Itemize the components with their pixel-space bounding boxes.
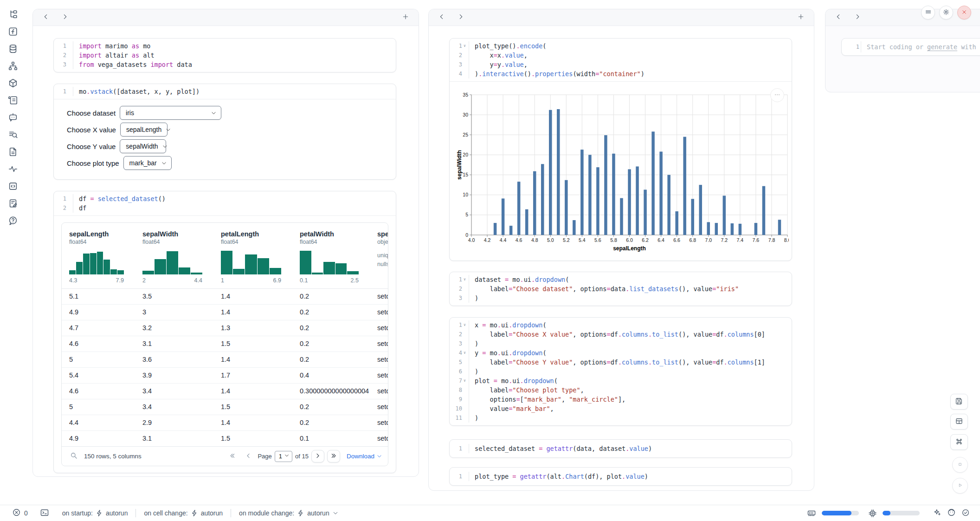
sidebar-item-functions[interactable] xyxy=(4,24,22,41)
table-row[interactable]: 4.931.40.2setosa xyxy=(62,305,388,320)
histogram-bar xyxy=(76,262,83,274)
sidebar-item-help[interactable] xyxy=(4,213,22,230)
collapse-right-button[interactable] xyxy=(454,12,467,24)
connection-status-button[interactable] xyxy=(961,508,970,518)
cell-imports[interactable]: 1import marimo as mo2import altair as al… xyxy=(53,38,396,72)
dropdown-select-plot-type[interactable]: mark_bar xyxy=(123,156,172,170)
cell-empty[interactable]: 1 Start coding or generate with AI xyxy=(841,38,980,56)
fold-marker[interactable]: ∨ xyxy=(462,376,467,385)
last-page-button[interactable] xyxy=(327,450,340,462)
sidebar-item-dependency-graph[interactable] xyxy=(4,58,22,75)
table-row[interactable]: 53.61.40.2setosa xyxy=(62,352,388,368)
table-row[interactable]: 53.41.50.2setosa xyxy=(62,399,388,415)
fold-marker[interactable]: ∨ xyxy=(462,41,467,51)
shutdown-button[interactable] xyxy=(957,6,971,20)
sidebar-item-database[interactable] xyxy=(4,41,22,58)
code-placeholder[interactable]: Start coding or generate with AI xyxy=(861,41,980,52)
code-editor[interactable]: 1∨dataset = mo.ui.dropdown(2 label="Choo… xyxy=(450,272,792,306)
sidebar-item-packages[interactable] xyxy=(4,75,22,92)
sidebar-item-logs[interactable] xyxy=(4,127,22,144)
code-editor[interactable]: 1import marimo as mo2import altair as al… xyxy=(54,39,396,72)
column-histogram[interactable] xyxy=(300,249,359,274)
range-min: 1 xyxy=(221,277,224,284)
cell-dataset-dropdown[interactable]: 1∨dataset = mo.ui.dropdown(2 label="Choo… xyxy=(449,272,792,306)
cell-dataframe[interactable]: 1df = selected_dataset()2df sepalLengthf… xyxy=(53,191,396,473)
prev-page-button[interactable] xyxy=(242,450,255,462)
table-row[interactable]: 4.63.41.40.30000000000000004setosa xyxy=(62,384,388,399)
cell-selected-dataset[interactable]: 1selected_dataset = getattr(data, datase… xyxy=(449,439,792,458)
dropdown-select-dataset[interactable]: iris xyxy=(120,106,221,120)
column-histogram[interactable] xyxy=(221,249,281,274)
dropdown-select-y[interactable]: sepalWidth xyxy=(120,139,166,153)
collapse-left-button[interactable] xyxy=(435,12,448,24)
next-page-button[interactable] xyxy=(311,450,324,462)
generate-link[interactable]: generate xyxy=(927,43,957,51)
sidebar-item-documentation[interactable] xyxy=(4,144,22,161)
notebook-menu-button[interactable] xyxy=(921,6,935,20)
chart-actions-button[interactable] xyxy=(770,88,784,102)
layout-button[interactable] xyxy=(950,414,968,430)
column-histogram[interactable] xyxy=(69,249,124,274)
sidebar-item-chat[interactable] xyxy=(4,110,22,127)
table-scroller[interactable]: sepalLengthfloat644.37.9sepalWidthfloat6… xyxy=(62,223,388,446)
table-row[interactable]: 4.93.11.50.1setosa xyxy=(62,431,388,446)
code-editor[interactable]: 1df = selected_dataset()2df xyxy=(54,191,396,215)
ai-assistant-button[interactable] xyxy=(933,508,941,518)
code-line: 2 label="Choose dataset", options=data.l… xyxy=(450,284,792,293)
sidebar-item-scripts[interactable] xyxy=(4,92,22,110)
sidebar-item-file-tree[interactable] xyxy=(4,7,22,24)
collapse-right-button[interactable] xyxy=(58,12,71,24)
errors-badge[interactable]: 0 xyxy=(12,508,28,518)
cell-vstack[interactable]: 1mo.vstack([dataset, x, y, plot]) Choose… xyxy=(53,84,396,180)
stop-button[interactable] xyxy=(952,457,968,473)
column-header-sepalWidth[interactable]: sepalWidthfloat6424.4 xyxy=(135,223,213,288)
runtime-config-1[interactable]: on cell change:autorun xyxy=(144,509,223,517)
fold-marker[interactable]: ∨ xyxy=(462,320,467,330)
table-search-button[interactable] xyxy=(67,450,80,462)
sidebar-item-scratchpad[interactable] xyxy=(4,195,22,213)
cell-xy-plot-dropdowns[interactable]: 1∨x = mo.ui.dropdown(2 label="Choose X v… xyxy=(449,317,792,426)
column-header-sepalLength[interactable]: sepalLengthfloat644.37.9 xyxy=(62,223,135,288)
settings-button[interactable] xyxy=(939,6,953,20)
shortcuts-button[interactable] xyxy=(950,434,968,450)
column-header-species[interactable]: speciesobjectunique:nulls: xyxy=(370,223,388,288)
sidebar-item-tracing[interactable] xyxy=(4,161,22,178)
code-editor[interactable]: 1mo.vstack([dataset, x, y, plot]) xyxy=(54,84,396,99)
add-cell-button[interactable] xyxy=(794,12,807,24)
code-editor[interactable]: 1plot_type = getattr(alt.Chart(df), plot… xyxy=(450,469,792,484)
cell-plot[interactable]: 1∨plot_type().encode(2 x=x.value,3 y=y.v… xyxy=(449,38,792,261)
sidebar-item-snippets[interactable] xyxy=(4,178,22,195)
add-cell-button[interactable] xyxy=(399,12,412,24)
page-select[interactable]: 1 xyxy=(275,451,292,462)
collapse-right-button[interactable] xyxy=(851,12,864,24)
table-row[interactable]: 5.43.91.70.4setosa xyxy=(62,368,388,384)
code-editor[interactable]: 1∨plot_type().encode(2 x=x.value,3 y=y.v… xyxy=(450,39,792,81)
collapse-left-button[interactable] xyxy=(39,12,52,24)
table-row[interactable]: 4.63.11.50.2setosa xyxy=(62,336,388,352)
table-row[interactable]: 4.42.91.40.2setosa xyxy=(62,415,388,431)
save-button[interactable] xyxy=(950,394,968,410)
runtime-config-2[interactable]: on module change:autorun xyxy=(239,509,339,517)
column-histogram[interactable] xyxy=(142,249,202,274)
runtime-config-0[interactable]: on startup:autorun xyxy=(62,509,128,517)
column-header-petalLength[interactable]: petalLengthfloat6416.9 xyxy=(213,223,292,288)
run-button[interactable] xyxy=(952,478,968,494)
chevron-down-icon xyxy=(161,160,167,166)
memory-meter[interactable] xyxy=(822,511,859,515)
collapse-left-button[interactable] xyxy=(832,12,845,24)
fold-marker[interactable]: ∨ xyxy=(462,275,467,284)
table-row[interactable]: 4.73.21.30.2setosa xyxy=(62,320,388,336)
first-page-button[interactable] xyxy=(226,450,239,462)
dropdown-select-x[interactable]: sepalLength xyxy=(120,123,168,137)
code-editor[interactable]: 1selected_dataset = getattr(data, datase… xyxy=(450,441,792,456)
column-header-petalWidth[interactable]: petalWidthfloat640.12.5 xyxy=(292,223,370,288)
cell-plot-type[interactable]: 1plot_type = getattr(alt.Chart(df), plot… xyxy=(449,467,792,486)
download-button[interactable]: Download xyxy=(347,453,382,460)
feedback-button[interactable] xyxy=(947,508,956,518)
terminal-button[interactable] xyxy=(40,508,49,519)
code-editor[interactable]: 1∨x = mo.ui.dropdown(2 label="Choose X v… xyxy=(450,318,792,425)
table-row[interactable]: 5.13.51.40.2setosa xyxy=(62,289,388,305)
bar-chart[interactable]: 4.04.24.44.64.85.05.25.45.65.86.06.26.46… xyxy=(457,88,792,255)
cpu-meter[interactable] xyxy=(883,511,920,515)
fold-marker[interactable]: ∨ xyxy=(462,348,467,358)
